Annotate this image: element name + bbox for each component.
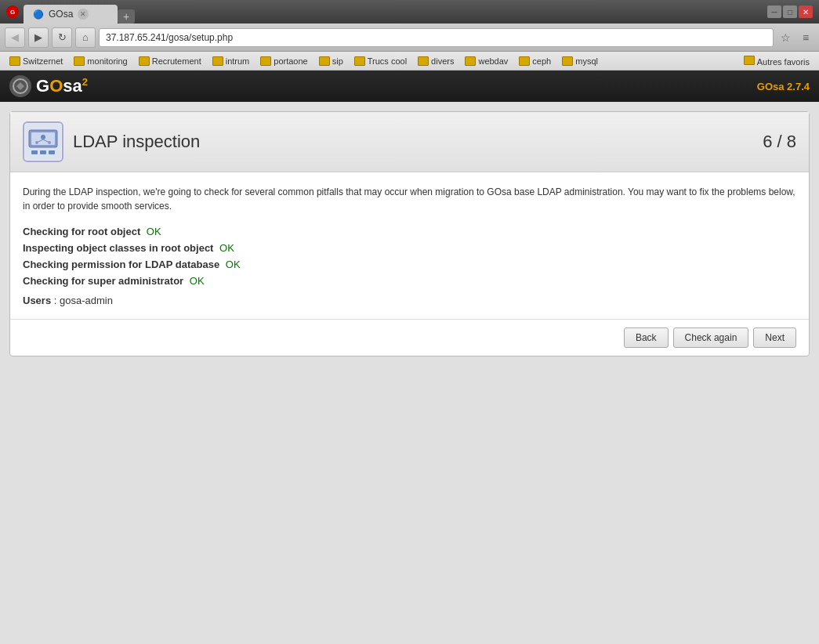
bookmark-label: divers	[431, 56, 454, 66]
address-bar[interactable]: 37.187.65.241/gosa/setup.php	[99, 28, 774, 47]
svg-point-10	[35, 141, 38, 144]
bookmark-label: Recrutement	[152, 56, 201, 66]
svg-point-11	[48, 141, 51, 144]
browser-frame: G 🔵 GOsa ✕ + ─ □ ✕ ◀ ▶ ↻ ⌂ 37.187.65.241…	[0, 0, 819, 644]
svg-rect-5	[40, 150, 46, 154]
active-tab[interactable]: 🔵 GOsa ✕	[24, 5, 118, 24]
window-controls: ─ □ ✕	[767, 5, 813, 18]
page-content: LDAP inspection 6 / 8 During the LDAP in…	[0, 102, 819, 644]
navigation-bar: ◀ ▶ ↻ ⌂ 37.187.65.241/gosa/setup.php ☆ ≡	[0, 24, 819, 52]
gosa-logo: GOsa2	[9, 75, 88, 97]
setup-panel: LDAP inspection 6 / 8 During the LDAP in…	[9, 111, 810, 356]
bookmark-ceph[interactable]: ceph	[514, 56, 556, 67]
panel-header: LDAP inspection 6 / 8	[10, 112, 809, 172]
url-text: 37.187.65.241/gosa/setup.php	[106, 32, 233, 43]
check-again-button[interactable]: Check again	[673, 327, 749, 348]
tab-area: 🔵 GOsa ✕ +	[24, 0, 756, 24]
minimize-button[interactable]: ─	[767, 5, 781, 18]
bookmark-label: portaone	[274, 56, 307, 66]
folder-icon	[74, 56, 85, 66]
gosa-header: GOsa2 GOsa 2.7.4	[0, 71, 819, 102]
gosa-version: GOsa 2.7.4	[757, 81, 810, 92]
bookmark-label: Trucs cool	[368, 56, 407, 66]
bookmark-label: ceph	[532, 56, 551, 66]
bookmark-label: monitoring	[87, 56, 127, 66]
folder-icon	[744, 56, 755, 65]
bookmark-portaone[interactable]: portaone	[255, 56, 312, 67]
panel-footer: Back Check again Next	[10, 319, 809, 356]
bookmark-trucs-cool[interactable]: Trucs cool	[350, 56, 411, 67]
bookmark-autres-favoris[interactable]: Autres favoris	[739, 55, 814, 67]
folder-icon	[354, 56, 365, 66]
check-status-3: OK	[190, 275, 205, 287]
bookmark-monitoring[interactable]: monitoring	[69, 56, 132, 67]
users-label: Users	[23, 295, 51, 306]
back-button[interactable]: Back	[624, 327, 669, 348]
svg-rect-4	[31, 150, 38, 154]
panel-body: During the LDAP inspection, we're going …	[10, 172, 809, 319]
tab-close-button[interactable]: ✕	[78, 9, 89, 20]
check-label-3: Checking for super administrator	[23, 275, 183, 287]
folder-icon	[319, 56, 330, 66]
gosa-version-text: GOsa 2.7.	[757, 81, 804, 92]
tab-title: GOsa	[49, 9, 73, 20]
folder-icon	[212, 56, 223, 66]
check-object-classes: Inspecting object classes in root object…	[23, 242, 796, 254]
panel-title: LDAP inspection	[73, 132, 200, 152]
bookmark-label: Switzernet	[23, 56, 63, 66]
bookmark-label: Autres favoris	[757, 57, 810, 67]
check-super-admin: Checking for super administrator OK	[23, 275, 796, 287]
bookmark-sip[interactable]: sip	[314, 56, 348, 67]
forward-nav-button[interactable]: ▶	[28, 27, 49, 48]
next-button[interactable]: Next	[753, 327, 796, 348]
back-nav-button[interactable]: ◀	[5, 27, 25, 48]
bookmark-intrum[interactable]: intrum	[208, 56, 255, 67]
folder-icon	[260, 56, 271, 66]
home-button[interactable]: ⌂	[75, 27, 96, 48]
bookmark-label: mysql	[575, 56, 598, 66]
check-label-2: Checking permission for LDAP database	[23, 259, 219, 270]
bookmark-webdav[interactable]: webdav	[460, 56, 513, 67]
check-status-1: OK	[219, 242, 234, 254]
folder-icon	[139, 56, 150, 66]
check-root-object: Checking for root object OK	[23, 226, 796, 237]
new-tab-button[interactable]: +	[118, 9, 135, 24]
panel-title-area: LDAP inspection	[23, 121, 200, 162]
ldap-inspection-icon	[23, 121, 63, 162]
bookmark-recrutement[interactable]: Recrutement	[134, 56, 206, 67]
bookmark-label: webdav	[478, 56, 508, 66]
gosa-logo-text: GOsa2	[36, 76, 88, 96]
check-status-0: OK	[147, 226, 161, 237]
bookmark-mysql[interactable]: mysql	[557, 56, 603, 67]
folder-icon	[519, 56, 530, 66]
maximize-button[interactable]: □	[783, 5, 797, 18]
tab-favicon: 🔵	[33, 9, 44, 20]
gosa-version-highlight: 4	[804, 81, 810, 92]
bookmark-star-icon[interactable]: ☆	[777, 29, 794, 46]
check-label-0: Checking for root object	[23, 226, 140, 237]
users-line: Users : gosa-admin	[23, 295, 796, 306]
check-permission: Checking permission for LDAP database OK	[23, 259, 796, 270]
browser-favicon: G	[6, 5, 19, 18]
menu-icon[interactable]: ≡	[797, 29, 814, 46]
bookmarks-bar: Switzernet monitoring Recrutement intrum…	[0, 52, 819, 71]
description-text: During the LDAP inspection, we're going …	[23, 185, 796, 213]
svg-point-7	[41, 135, 45, 139]
bookmark-label: intrum	[226, 56, 250, 66]
reload-button[interactable]: ↻	[52, 27, 72, 48]
folder-icon	[9, 56, 20, 66]
title-bar: G 🔵 GOsa ✕ + ─ □ ✕	[0, 0, 819, 24]
bookmark-label: sip	[332, 56, 343, 66]
check-label-1: Inspecting object classes in root object	[23, 242, 213, 254]
users-value: gosa-admin	[60, 295, 113, 306]
bookmark-divers[interactable]: divers	[413, 56, 458, 67]
gosa-logo-icon	[9, 75, 31, 97]
users-colon: :	[54, 295, 60, 306]
bookmark-switzernet[interactable]: Switzernet	[5, 56, 67, 67]
folder-icon	[465, 56, 476, 66]
nav-icons: ☆ ≡	[777, 29, 814, 46]
folder-icon	[418, 56, 429, 66]
panel-step: 6 / 8	[763, 132, 796, 152]
close-button[interactable]: ✕	[799, 5, 813, 18]
folder-icon	[562, 56, 573, 66]
